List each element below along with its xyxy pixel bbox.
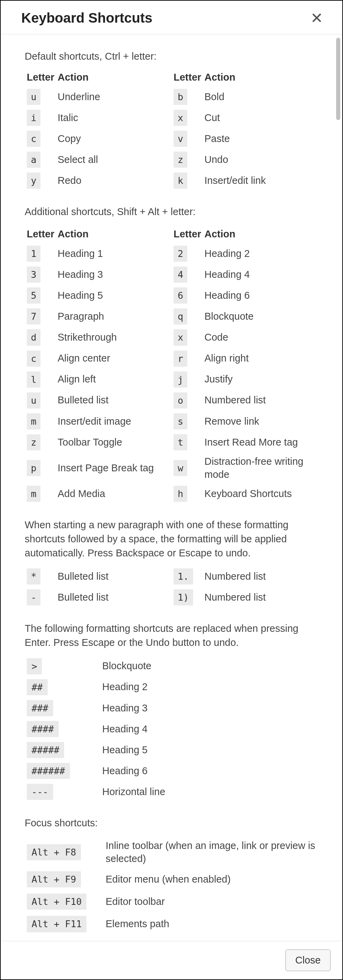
table-row: 3Heading 34Heading 4	[25, 264, 318, 285]
default-shortcuts-label: Default shortcuts, Ctrl + letter:	[25, 51, 318, 62]
col-action: Action	[202, 225, 318, 243]
action: Paragraph	[56, 306, 172, 327]
table-row: Alt + F10Editor toolbar	[25, 891, 318, 913]
action: Toolbar Toggle	[56, 432, 172, 453]
key: 1	[27, 246, 40, 262]
action: Bulleted list	[56, 390, 172, 411]
scrollbar-thumb[interactable]	[336, 38, 340, 120]
action: Numbered list	[202, 566, 318, 587]
modal-body: Default shortcuts, Ctrl + letter: Letter…	[1, 34, 342, 941]
action: Editor toolbar	[103, 891, 318, 913]
col-action: Action	[56, 68, 172, 86]
key: ##	[27, 679, 48, 695]
formatting-enter-label: The following formatting shortcuts are r…	[25, 622, 318, 649]
modal-footer: Close	[1, 941, 342, 979]
col-letter: Letter	[172, 225, 202, 243]
table-row: uBulleted listoNumbered list	[25, 390, 318, 411]
default-shortcuts-table: Letter Action Letter Action uUnderlinebB…	[25, 68, 318, 191]
action: Align right	[202, 348, 318, 369]
key: i	[27, 110, 40, 126]
key: -	[27, 589, 40, 605]
action: Redo	[56, 170, 172, 191]
focus-shortcuts-table: Alt + F8Inline toolbar (when an image, l…	[25, 836, 318, 935]
action: Bulleted list	[56, 587, 172, 608]
key: h	[173, 486, 187, 502]
key: 5	[27, 288, 40, 304]
key: 1)	[173, 589, 193, 605]
action: Paste	[202, 128, 318, 149]
action: Strikethrough	[56, 327, 172, 348]
action: Numbered list	[202, 390, 318, 411]
table-row: iItalicxCut	[25, 107, 318, 128]
modal-body-wrap: Default shortcuts, Ctrl + letter: Letter…	[1, 34, 342, 941]
key: ######	[27, 763, 70, 779]
action: Insert/edit image	[56, 411, 172, 432]
action: Heading 3	[56, 264, 172, 285]
key: y	[27, 173, 40, 189]
keyboard-shortcuts-modal: Keyboard Shortcuts ✕ Default shortcuts, …	[0, 0, 343, 980]
action: Align center	[56, 348, 172, 369]
table-row: mInsert/edit imagesRemove link	[25, 411, 318, 432]
key: #####	[27, 742, 64, 758]
key: >	[27, 658, 42, 675]
additional-shortcuts-table: Letter Action Letter Action 1Heading 12H…	[25, 225, 318, 504]
action: Heading 5	[100, 740, 318, 760]
action: Heading 2	[202, 243, 318, 264]
table-row: aSelect allzUndo	[25, 149, 318, 170]
action: Keyboard Shortcuts	[202, 483, 318, 504]
key: Alt + F8	[27, 844, 81, 860]
key: Alt + F10	[27, 894, 86, 910]
action: Remove link	[202, 411, 318, 432]
table-row: Alt + F9Editor menu (when enabled)	[25, 868, 318, 891]
action: Heading 1	[56, 243, 172, 264]
key: v	[173, 131, 187, 147]
formatting-enter-table: >Blockquote ##Heading 2 ###Heading 3 ###…	[25, 656, 318, 803]
key: o	[173, 392, 187, 409]
key: m	[27, 486, 40, 502]
col-letter: Letter	[172, 68, 202, 86]
table-row: #####Heading 5	[25, 740, 318, 760]
key: u	[27, 89, 40, 105]
action: Select all	[56, 149, 172, 170]
close-button[interactable]: Close	[285, 950, 331, 971]
key: u	[27, 392, 40, 409]
table-row: *Bulleted list1.Numbered list	[25, 566, 318, 587]
key: p	[27, 460, 40, 476]
action: Copy	[56, 128, 172, 149]
key: j	[173, 371, 187, 388]
close-icon[interactable]: ✕	[310, 11, 323, 26]
formatting-space-table: *Bulleted list1.Numbered list -Bulleted …	[25, 566, 318, 608]
col-letter: Letter	[25, 68, 56, 86]
key: ###	[27, 700, 53, 716]
key: 4	[173, 267, 187, 283]
action: Heading 3	[100, 698, 318, 719]
col-action: Action	[202, 68, 318, 86]
col-action: Action	[56, 225, 172, 243]
key: a	[27, 152, 40, 168]
action: Underline	[56, 86, 172, 107]
action: Blockquote	[100, 656, 318, 677]
table-row: dStrikethroughxCode	[25, 327, 318, 348]
table-row: lAlign leftjJustify	[25, 369, 318, 390]
table-row: 1Heading 12Heading 2	[25, 243, 318, 264]
action: Heading 4	[202, 264, 318, 285]
focus-shortcuts-label: Focus shortcuts:	[25, 816, 318, 830]
action: Align left	[56, 369, 172, 390]
key: 3	[27, 267, 40, 283]
key: t	[173, 434, 187, 450]
action: Code	[202, 327, 318, 348]
action: Bulleted list	[56, 566, 172, 587]
key: l	[27, 371, 40, 388]
table-row: ######Heading 6	[25, 760, 318, 781]
table-row: cAlign centerrAlign right	[25, 348, 318, 369]
formatting-space-label: When starting a new paragraph with one o…	[25, 518, 318, 560]
key: 6	[173, 288, 187, 304]
action: Heading 4	[100, 719, 318, 740]
action: Justify	[202, 369, 318, 390]
table-row: -Bulleted list1)Numbered list	[25, 587, 318, 608]
action: Horizontal line	[100, 781, 318, 802]
action: Heading 5	[56, 285, 172, 306]
action: Undo	[202, 149, 318, 170]
key: Alt + F11	[27, 916, 86, 932]
table-row: cCopyvPaste	[25, 128, 318, 149]
